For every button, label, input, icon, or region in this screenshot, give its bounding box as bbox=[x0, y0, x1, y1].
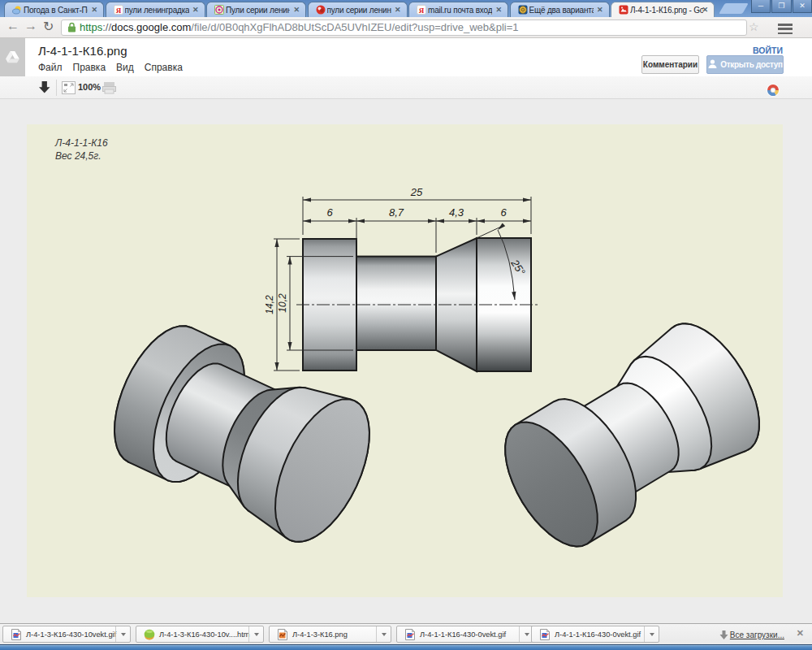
svg-text:6: 6 bbox=[326, 206, 333, 219]
svg-text:6: 6 bbox=[500, 206, 507, 219]
svg-text:Я: Я bbox=[115, 6, 121, 15]
svg-text:Вес 24,5г.: Вес 24,5г. bbox=[55, 150, 101, 162]
svg-text:10,2: 10,2 bbox=[277, 293, 288, 313]
svg-text:4,3: 4,3 bbox=[449, 206, 464, 219]
svg-text:25: 25 bbox=[410, 186, 423, 198]
svg-text:Л-4-1-1-К16: Л-4-1-1-К16 bbox=[54, 137, 108, 149]
svg-text:14,2: 14,2 bbox=[264, 295, 275, 314]
svg-text:Я: Я bbox=[419, 6, 425, 15]
svg-text:8,7: 8,7 bbox=[389, 206, 404, 219]
